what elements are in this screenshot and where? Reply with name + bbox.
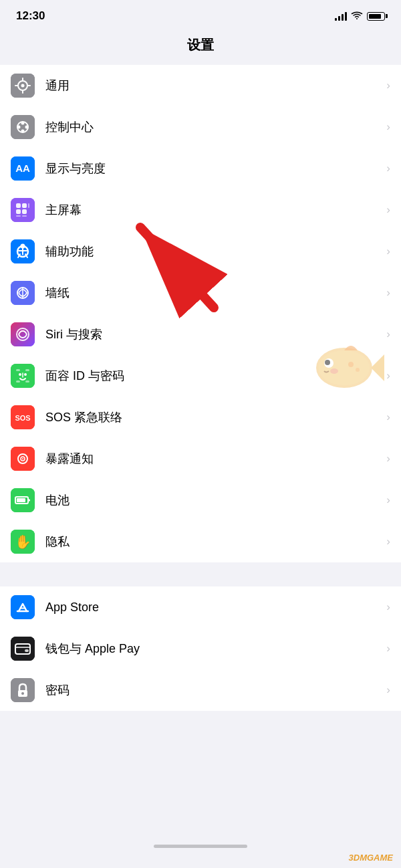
password-icon [11,678,35,702]
general-label: 通用 [45,78,381,94]
svg-point-13 [17,126,21,129]
svg-rect-63 [25,649,29,652]
svg-rect-38 [16,369,20,371]
display-icon: AA [11,156,35,181]
svg-rect-53 [17,498,25,502]
wallet-chevron: › [386,642,390,655]
wallet-label: 钱包与 Apple Pay [45,641,381,657]
settings-item-exposure[interactable]: 暴露通知› [0,438,401,479]
exposure-chevron: › [386,452,390,465]
password-label: 密码 [45,682,381,698]
page-title: 设置 [0,36,401,54]
svg-rect-23 [16,215,21,217]
svg-rect-9 [11,115,35,139]
settings-item-password[interactable]: 密码› [0,669,401,711]
watermark: 3DMGAME [349,853,393,863]
settings-item-appstore[interactable]: App Store› [0,586,401,628]
settings-item-wallet[interactable]: 钱包与 Apple Pay› [0,628,401,669]
svg-point-14 [25,126,29,129]
settings-container: 通用›控制中心›AA显示与亮度›主屏幕›辅助功能›墙纸›Siri 与搜索›面容 … [0,65,401,711]
siri-chevron: › [386,328,390,341]
exposure-label: 暴露通知 [45,451,381,467]
settings-group-group2: App Store›钱包与 Apple Pay›密码› [0,586,401,711]
settings-item-general[interactable]: 通用› [0,65,401,106]
svg-rect-40 [16,381,20,383]
faceid-icon [11,364,35,388]
svg-point-12 [21,130,25,133]
settings-item-wallpaper[interactable]: 墙纸› [0,272,401,314]
settings-item-siri[interactable]: Siri 与搜索› [0,314,401,355]
homescreen-icon [11,198,35,222]
homescreen-chevron: › [386,203,390,217]
status-icons [335,11,385,21]
settings-item-sos[interactable]: SOSSOS 紧急联络› [0,397,401,438]
siri-label: Siri 与搜索 [45,326,381,342]
svg-text:AA: AA [15,162,30,174]
display-label: 显示与亮度 [45,160,381,177]
accessibility-label: 辅助功能 [45,243,381,259]
battery-label: 电池 [45,492,381,508]
privacy-chevron: › [386,535,390,548]
sos-icon: SOS [11,405,35,429]
svg-point-66 [21,692,24,695]
accessibility-chevron: › [386,245,390,258]
svg-rect-24 [22,215,27,217]
sos-chevron: › [386,411,390,424]
appstore-label: App Store [45,601,381,615]
accessibility-icon [11,239,35,263]
sos-label: SOS 紧急联络 [45,409,381,425]
control-icon [11,115,35,139]
svg-rect-39 [25,369,29,371]
svg-rect-19 [22,203,27,208]
settings-item-privacy[interactable]: ✋隐私› [0,521,401,562]
svg-rect-57 [11,595,35,619]
svg-point-4 [21,84,25,88]
wallpaper-icon [11,281,35,305]
svg-rect-18 [16,203,21,208]
settings-item-faceid[interactable]: 面容 ID 与密码› [0,355,401,397]
status-bar: 12:30 [0,0,401,28]
svg-rect-20 [28,203,29,208]
battery-icon [11,488,35,512]
settings-item-battery[interactable]: 电池› [0,479,401,521]
status-time: 12:30 [16,9,45,23]
settings-group-group1: 通用›控制中心›AA显示与亮度›主屏幕›辅助功能›墙纸›Siri 与搜索›面容 … [0,65,401,562]
faceid-label: 面容 ID 与密码 [45,368,381,384]
settings-item-display[interactable]: AA显示与亮度› [0,148,401,189]
battery-icon [367,12,385,21]
signal-icon [335,11,347,21]
svg-rect-21 [16,209,21,214]
privacy-label: 隐私 [45,534,381,550]
privacy-icon: ✋ [11,530,35,554]
svg-text:✋: ✋ [15,534,31,550]
page-title-bar: 设置 [0,28,401,65]
wifi-icon [351,11,363,21]
appstore-icon [11,595,35,619]
settings-item-homescreen[interactable]: 主屏幕› [0,189,401,231]
appstore-chevron: › [386,601,390,614]
general-chevron: › [386,79,390,92]
svg-text:SOS: SOS [15,414,30,422]
svg-rect-35 [11,322,35,346]
svg-point-50 [22,458,23,459]
settings-item-accessibility[interactable]: 辅助功能› [0,231,401,272]
svg-rect-54 [28,500,30,502]
settings-list-group1: 通用›控制中心›AA显示与亮度›主屏幕›辅助功能›墙纸›Siri 与搜索›面容 … [0,65,401,562]
settings-list-group2: App Store›钱包与 Apple Pay›密码› [0,586,401,711]
exposure-icon [11,447,35,471]
siri-icon [11,322,35,346]
password-chevron: › [386,683,390,697]
homescreen-label: 主屏幕 [45,202,381,218]
wallpaper-chevron: › [386,286,390,300]
faceid-chevron: › [386,369,390,383]
svg-point-11 [21,122,25,125]
settings-item-control[interactable]: 控制中心› [0,106,401,148]
control-chevron: › [386,120,390,134]
svg-rect-22 [22,209,27,214]
general-icon [11,74,35,98]
svg-rect-60 [11,637,35,661]
battery-chevron: › [386,494,390,507]
display-chevron: › [386,162,390,175]
svg-point-42 [19,373,21,376]
svg-rect-41 [25,381,29,383]
